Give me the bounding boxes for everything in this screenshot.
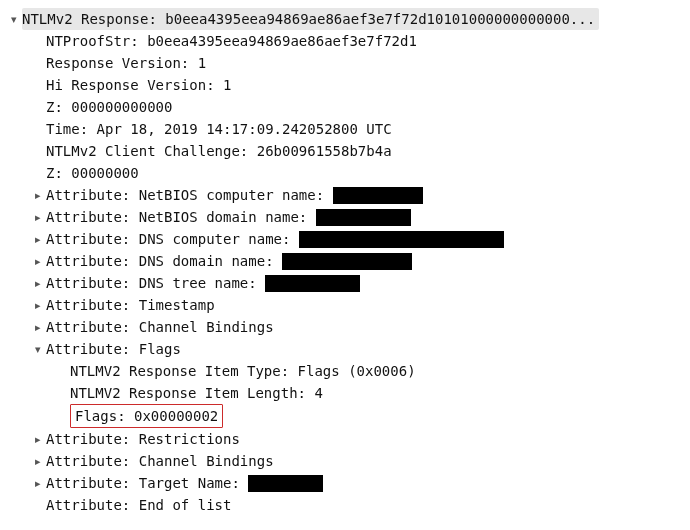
row-attr-netbios-computer[interactable]: ▸ Attribute: NetBIOS computer name: [6,184,684,206]
row-z1[interactable]: • Z: 000000000000 [6,96,684,118]
spacer: • [30,96,46,118]
row-attr-end-of-list[interactable]: • Attribute: End of list [6,494,684,516]
row-time[interactable]: • Time: Apr 18, 2019 14:17:09.242052800 … [6,118,684,140]
spacer: • [30,494,46,516]
row-label: Attribute: DNS domain name: [46,250,282,272]
row-label: Attribute: NetBIOS domain name: [46,206,316,228]
row-label: Attribute: Flags [46,338,181,360]
chevron-right-icon[interactable]: ▸ [30,272,46,294]
spacer: • [30,74,46,96]
redacted-value [282,253,412,270]
chevron-right-icon[interactable]: ▸ [30,206,46,228]
row-hi-response-version[interactable]: • Hi Response Version: 1 [6,74,684,96]
redacted-value [316,209,411,226]
spacer: • [30,30,46,52]
chevron-down-icon[interactable]: ▾ [6,8,22,30]
chevron-right-icon[interactable]: ▸ [30,472,46,494]
row-label: NTLMv2 Response: b0eea4395eea94869ae86ae… [22,8,599,30]
row-client-challenge[interactable]: • NTLMv2 Client Challenge: 26b00961558b7… [6,140,684,162]
spacer: • [30,118,46,140]
row-attr-netbios-domain[interactable]: ▸ Attribute: NetBIOS domain name: [6,206,684,228]
row-label-highlighted: Flags: 0x00000002 [70,404,223,428]
row-label: Attribute: End of list [46,494,231,516]
row-label: NTLMV2 Response Item Type: Flags (0x0006… [70,360,416,382]
row-label: Response Version: 1 [46,52,206,74]
row-label: Attribute: NetBIOS computer name: [46,184,333,206]
row-attr-channel-bindings[interactable]: ▸ Attribute: Channel Bindings [6,316,684,338]
row-z2[interactable]: • Z: 00000000 [6,162,684,184]
row-flags-item-length[interactable]: • NTLMV2 Response Item Length: 4 [6,382,684,404]
row-ntlmv2-response[interactable]: ▾ NTLMv2 Response: b0eea4395eea94869ae86… [6,8,684,30]
chevron-right-icon[interactable]: ▸ [30,450,46,472]
redacted-value [265,275,360,292]
row-label: Attribute: Channel Bindings [46,450,274,472]
row-attr-channel-bindings-2[interactable]: ▸ Attribute: Channel Bindings [6,450,684,472]
chevron-right-icon[interactable]: ▸ [30,316,46,338]
row-label: Attribute: Channel Bindings [46,316,274,338]
row-attr-timestamp[interactable]: ▸ Attribute: Timestamp [6,294,684,316]
row-ntproofstr[interactable]: • NTProofStr: b0eea4395eea94869ae86aef3e… [6,30,684,52]
row-attr-dns-tree[interactable]: ▸ Attribute: DNS tree name: [6,272,684,294]
row-label: Attribute: DNS tree name: [46,272,265,294]
row-label: Attribute: DNS computer name: [46,228,299,250]
redacted-value [248,475,323,492]
spacer: • [30,140,46,162]
row-label: Attribute: Target Name: [46,472,248,494]
row-attr-dns-computer[interactable]: ▸ Attribute: DNS computer name: [6,228,684,250]
row-flags-item-type[interactable]: • NTLMV2 Response Item Type: Flags (0x00… [6,360,684,382]
row-label: Time: Apr 18, 2019 14:17:09.242052800 UT… [46,118,392,140]
chevron-right-icon[interactable]: ▸ [30,250,46,272]
packet-dissection-tree: ▾ NTLMv2 Response: b0eea4395eea94869ae86… [0,0,690,528]
row-label: Attribute: Restrictions [46,428,240,450]
row-label: NTLMv2 Client Challenge: 26b00961558b7b4… [46,140,392,162]
row-attr-flags[interactable]: ▾ Attribute: Flags [6,338,684,360]
row-flags-value[interactable]: • Flags: 0x00000002 [6,404,684,428]
chevron-right-icon[interactable]: ▸ [30,428,46,450]
row-label: NTLMV2 Response Item Length: 4 [70,382,323,404]
chevron-right-icon[interactable]: ▸ [30,228,46,250]
spacer: • [30,52,46,74]
spacer: • [30,162,46,184]
spacer: • [54,405,70,427]
row-attr-restrictions[interactable]: ▸ Attribute: Restrictions [6,428,684,450]
row-label: Z: 00000000 [46,162,139,184]
chevron-right-icon[interactable]: ▸ [30,294,46,316]
redacted-value [299,231,504,248]
row-attr-dns-domain[interactable]: ▸ Attribute: DNS domain name: [6,250,684,272]
row-response-version[interactable]: • Response Version: 1 [6,52,684,74]
row-label: Attribute: Timestamp [46,294,215,316]
chevron-right-icon[interactable]: ▸ [30,184,46,206]
row-label: Hi Response Version: 1 [46,74,231,96]
row-attr-target-name[interactable]: ▸ Attribute: Target Name: [6,472,684,494]
spacer: • [54,382,70,404]
spacer: • [54,360,70,382]
row-label: NTProofStr: b0eea4395eea94869ae86aef3e7f… [46,30,417,52]
row-label: Z: 000000000000 [46,96,172,118]
chevron-down-icon[interactable]: ▾ [30,338,46,360]
redacted-value [333,187,423,204]
